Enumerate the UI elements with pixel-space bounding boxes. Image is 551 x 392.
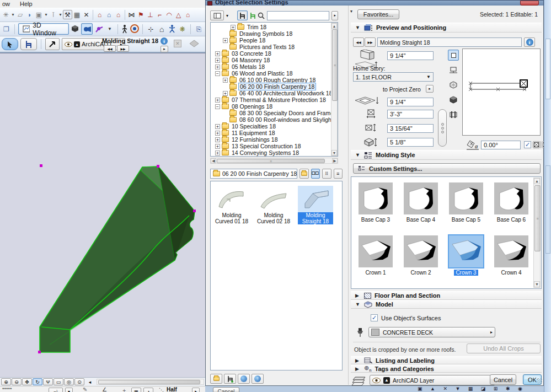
height-field[interactable]: 5 1/8" bbox=[387, 138, 434, 147]
zoom-in-icon[interactable]: ⊕ bbox=[1, 378, 11, 385]
bottom-offset-field[interactable]: 9 1/4" bbox=[387, 98, 434, 106]
plan-view-icon[interactable] bbox=[448, 50, 459, 61]
flag-icon[interactable]: ⚑ bbox=[136, 10, 146, 19]
pane-layout-button[interactable] bbox=[210, 10, 224, 20]
object-info-button[interactable]: i bbox=[524, 37, 535, 47]
walk-icon[interactable] bbox=[121, 24, 128, 34]
arc-icon[interactable]: ◠ bbox=[164, 10, 174, 19]
favorites-house-icon[interactable]: ⌂ bbox=[95, 10, 104, 19]
pane-layout-dropdown-icon[interactable]: ▾ bbox=[226, 13, 228, 18]
section-floor-plan[interactable]: ▶ Floor Plan and Section bbox=[351, 291, 542, 300]
style-thumbnail[interactable]: Base Cap 6 bbox=[491, 182, 531, 223]
molding-style-gallery[interactable]: ▲ ≡ ▼ Base Cap 3 Base Cap 4 Base Cap 5 B… bbox=[351, 176, 542, 289]
tree-item[interactable]: +10 Specialties 18 bbox=[212, 123, 338, 130]
folder-up-button[interactable] bbox=[299, 169, 309, 179]
grid-view-button[interactable]: ⠿ bbox=[322, 169, 331, 179]
expand-icon[interactable]: + bbox=[215, 65, 220, 69]
tree-item[interactable]: +07 Thermal & Moisture Protection 18 bbox=[212, 96, 338, 103]
orbit-icon[interactable]: ↻ bbox=[33, 378, 42, 385]
default-settings-button[interactable] bbox=[45, 38, 60, 50]
section-model[interactable]: ▼ Model bbox=[351, 300, 542, 309]
axis-icon[interactable] bbox=[94, 24, 103, 34]
dropdown-icon[interactable]: ▼ bbox=[105, 24, 114, 34]
expand-icon[interactable]: + bbox=[223, 91, 228, 96]
current-folder-dropdown[interactable]: 06 20 00 Finish Carpentry 18 ▼ bbox=[210, 169, 297, 179]
tracker-button-2[interactable]: ▾ bbox=[65, 388, 73, 392]
section-view-icon[interactable] bbox=[448, 109, 459, 120]
custom-settings-button[interactable]: Custom Settings... bbox=[353, 163, 541, 174]
tree-item[interactable]: Pictures and Texts 18 bbox=[212, 44, 338, 50]
section-preview-positioning[interactable]: ▼ Preview and Positioning bbox=[351, 23, 542, 33]
object-tool-button[interactable] bbox=[20, 38, 37, 50]
collapse-icon[interactable]: − bbox=[215, 71, 220, 76]
render-eye-icon[interactable] bbox=[130, 24, 139, 34]
detail-tool-icon[interactable]: ⚒ bbox=[63, 10, 72, 19]
style-thumbnail[interactable]: Crown 4 bbox=[491, 235, 531, 276]
undo-all-crops-button[interactable]: Undo All Crops bbox=[467, 343, 541, 353]
save-house-icon[interactable]: ⌂ bbox=[104, 10, 114, 19]
wire-3d-icon[interactable] bbox=[448, 79, 459, 90]
expand-icon[interactable]: + bbox=[215, 124, 220, 129]
style-thumbnail[interactable]: Base Cap 3 bbox=[356, 182, 395, 223]
dropdown-icon[interactable]: ▾ bbox=[44, 10, 49, 19]
axon-cube-icon[interactable] bbox=[71, 24, 79, 34]
delete-icon[interactable]: ✕ bbox=[82, 10, 91, 19]
expand-icon[interactable]: + bbox=[223, 78, 228, 83]
pan-hand-icon[interactable]: ✥ bbox=[22, 378, 32, 385]
surface-dropdown[interactable]: CONCRETE DECK ▸ bbox=[368, 327, 495, 337]
menu-help[interactable]: Help bbox=[20, 1, 33, 7]
library-item-selected[interactable]: Molding Straight 18 bbox=[298, 186, 333, 224]
library-items-panel[interactable]: Molding Curved 01 18Molding Curved 02 18… bbox=[210, 181, 343, 370]
bimcomponents-icon[interactable] bbox=[238, 374, 250, 384]
fly-icon[interactable] bbox=[168, 24, 176, 34]
tree-item[interactable]: +04 Masonry 18 bbox=[212, 57, 338, 63]
tracker-button-3[interactable]: ▦ bbox=[131, 388, 141, 392]
tree-item[interactable]: +05 Metals 18 bbox=[212, 63, 338, 70]
sun-settings-icon[interactable]: ❋ bbox=[178, 24, 187, 34]
anchor-flyout-button[interactable]: ▸ bbox=[426, 85, 434, 93]
use-object-surfaces-checkbox[interactable]: ✓ bbox=[371, 314, 378, 321]
angle-checkbox[interactable]: ✓ bbox=[524, 141, 531, 148]
path-icon[interactable]: ⊹ bbox=[146, 24, 156, 34]
chair-green-icon[interactable] bbox=[250, 12, 256, 19]
home-icon[interactable]: ⌂ bbox=[157, 24, 167, 34]
object-name-field[interactable]: Molding Straight 18 bbox=[377, 37, 522, 47]
leaf-icon[interactable]: ◗ bbox=[25, 10, 34, 19]
section-listing-labeling[interactable]: ▶ Listing and Labeling bbox=[351, 356, 542, 364]
expand-icon[interactable]: + bbox=[215, 137, 220, 142]
expand-icon[interactable]: + bbox=[215, 51, 220, 56]
search-icon[interactable] bbox=[258, 12, 264, 19]
dialog-close-button[interactable] bbox=[520, 1, 539, 6]
embed-library-icon[interactable] bbox=[210, 374, 222, 384]
object-icon[interactable]: ▣ bbox=[34, 10, 44, 19]
style-thumbnail-selected[interactable]: Crown 3 bbox=[446, 235, 486, 276]
tree-item[interactable]: +12 Furnishings 18 bbox=[212, 136, 338, 143]
top-offset-field[interactable]: 9 1/4" bbox=[387, 51, 434, 60]
infobox-more-button[interactable]: ▸ bbox=[161, 46, 168, 52]
expand-icon[interactable]: + bbox=[215, 131, 220, 136]
infobox-info-icon[interactable]: i bbox=[161, 37, 168, 45]
tree-vscrollbar[interactable]: ▲ ≡ ▼ bbox=[331, 23, 338, 156]
new-object-icon[interactable] bbox=[224, 374, 236, 384]
tree-hscrollbar[interactable]: ◀ ≡ ▶ bbox=[210, 158, 338, 164]
prev-zoom-icon[interactable]: ⊙ bbox=[74, 378, 84, 385]
background-cancel-button[interactable]: Cancel bbox=[213, 387, 239, 392]
tree-item[interactable]: +14 Conveying Systems 18 bbox=[212, 149, 338, 156]
molding-3d-object[interactable] bbox=[0, 53, 205, 378]
arrow-tool-button[interactable] bbox=[2, 38, 18, 50]
front-view-icon[interactable] bbox=[448, 65, 459, 76]
layer-dropdown[interactable]: ▲ ArchiCAD Layer ▸ bbox=[370, 375, 495, 385]
tree-item[interactable]: +13 Special Construction 18 bbox=[212, 143, 338, 149]
menu-window-partial[interactable]: ow bbox=[2, 1, 10, 7]
collapse-icon[interactable]: − bbox=[215, 104, 220, 109]
section-tags-categories[interactable]: ▶ ⊕n Tags and Categories bbox=[351, 364, 542, 373]
sun-icon[interactable]: ✳ bbox=[1, 10, 10, 19]
column-icon[interactable]: ⊺ bbox=[49, 10, 58, 19]
tracker-flyout-button[interactable]: ▸ bbox=[192, 388, 200, 392]
worksheet-icon[interactable]: ▦ bbox=[72, 10, 82, 19]
search-input[interactable] bbox=[267, 11, 329, 20]
expand-icon[interactable]: + bbox=[223, 38, 228, 43]
style-thumbnail[interactable]: Base Cap 5 bbox=[446, 182, 486, 223]
tree-item[interactable]: +06 40 00 Architectural Woodwork 18 bbox=[212, 90, 338, 96]
proportional-link-button[interactable] bbox=[438, 109, 447, 147]
